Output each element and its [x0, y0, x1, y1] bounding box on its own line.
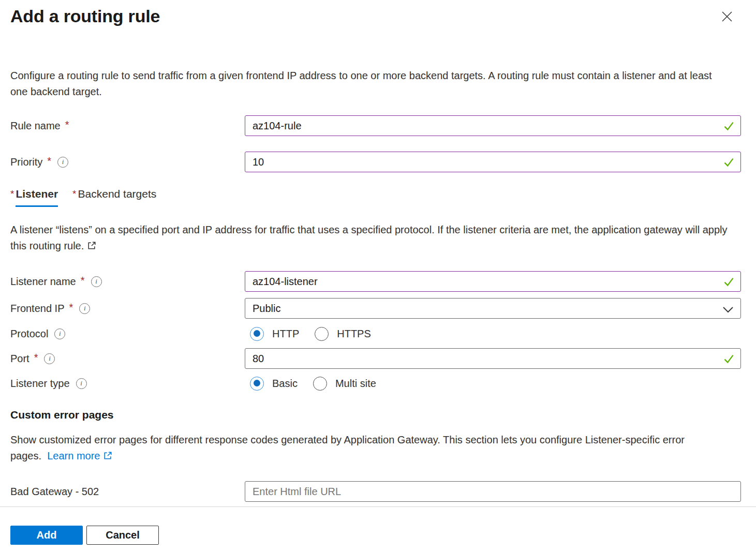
radio-selected-icon: [250, 377, 264, 391]
frontend-ip-label: Frontend IP * i: [10, 303, 245, 315]
bad-gateway-label: Bad Gateway - 502: [10, 486, 245, 498]
valid-checkmark-icon: [723, 120, 735, 134]
valid-checkmark-icon: [723, 156, 735, 170]
listener-name-row: Listener name * i: [10, 271, 741, 292]
dialog-content: Add a routing rule Configure a routing r…: [0, 0, 756, 506]
rule-name-label: Rule name *: [10, 120, 245, 132]
info-icon[interactable]: i: [79, 303, 90, 314]
listener-name-label: Listener name * i: [10, 276, 245, 288]
bad-gateway-url-input[interactable]: [245, 481, 741, 502]
add-button[interactable]: Add: [10, 526, 83, 545]
bad-gateway-row: Bad Gateway - 502: [10, 481, 741, 502]
cancel-button[interactable]: Cancel: [86, 526, 159, 545]
priority-row: Priority * i: [10, 152, 741, 172]
info-icon[interactable]: i: [76, 378, 87, 389]
port-row: Port * i: [10, 348, 741, 369]
rule-name-input[interactable]: [245, 115, 741, 136]
rule-name-row: Rule name *: [10, 115, 741, 136]
listener-description: A listener “listens” on a specified port…: [10, 222, 735, 255]
dialog-header: Add a routing rule: [10, 6, 741, 26]
radio-unselected-icon: [313, 377, 327, 391]
frontend-ip-row: Frontend IP * i Public: [10, 298, 741, 319]
listener-name-input[interactable]: [245, 271, 741, 292]
protocol-https-option[interactable]: HTTPS: [315, 327, 371, 341]
valid-checkmark-icon: [723, 276, 735, 290]
port-label: Port * i: [10, 353, 245, 365]
listener-type-label: Listener type i: [10, 378, 245, 390]
priority-field: [245, 152, 741, 172]
listener-type-multi-site-option[interactable]: Multi site: [313, 377, 376, 391]
required-asterisk: *: [34, 352, 38, 364]
external-link-icon[interactable]: [87, 239, 97, 255]
radio-unselected-icon: [315, 327, 329, 341]
chevron-down-icon: [722, 305, 734, 317]
protocol-http-option[interactable]: HTTP: [250, 327, 299, 341]
port-input[interactable]: [245, 348, 741, 369]
info-icon[interactable]: i: [54, 329, 65, 339]
info-icon[interactable]: i: [44, 353, 55, 364]
listener-type-radio-group: Basic Multi site: [245, 377, 741, 391]
listener-type-row: Listener type i Basic Multi site: [10, 376, 741, 391]
external-link-icon[interactable]: [103, 449, 113, 465]
tab-listener[interactable]: * Listener: [10, 188, 58, 207]
close-icon: [720, 10, 734, 25]
info-icon[interactable]: i: [91, 276, 102, 287]
page-title: Add a routing rule: [10, 6, 160, 26]
tab-bar: * Listener * Backend targets: [10, 188, 741, 207]
required-asterisk: *: [81, 275, 85, 287]
required-asterisk: *: [72, 188, 76, 200]
dialog-footer: Add Cancel: [0, 506, 756, 552]
protocol-row: Protocol i HTTP HTTPS: [10, 326, 741, 341]
add-routing-rule-dialog: Add a routing rule Configure a routing r…: [0, 0, 756, 552]
custom-error-pages-description: Show customized error pages for differen…: [10, 432, 735, 465]
valid-checkmark-icon: [723, 353, 735, 367]
radio-selected-icon: [250, 327, 264, 341]
required-asterisk: *: [47, 155, 51, 167]
port-field: [245, 348, 741, 369]
required-asterisk: *: [10, 188, 14, 200]
close-button[interactable]: [719, 9, 735, 25]
bad-gateway-field: [245, 481, 741, 502]
protocol-label: Protocol i: [10, 328, 245, 340]
priority-input[interactable]: [245, 152, 741, 172]
required-asterisk: *: [69, 302, 73, 314]
custom-error-pages-heading: Custom error pages: [10, 409, 741, 421]
priority-label: Priority * i: [10, 156, 245, 168]
frontend-ip-select[interactable]: Public: [245, 298, 741, 319]
protocol-radio-group: HTTP HTTPS: [245, 327, 741, 341]
required-asterisk: *: [65, 119, 69, 131]
frontend-ip-selected-value: Public: [253, 303, 280, 315]
rule-name-field: [245, 115, 741, 136]
listener-type-basic-option[interactable]: Basic: [250, 377, 298, 391]
listener-name-field: [245, 271, 741, 292]
tab-backend-targets[interactable]: * Backend targets: [72, 188, 156, 207]
dialog-description: Configure a routing rule to send traffic…: [10, 68, 719, 100]
learn-more-link[interactable]: Learn more: [47, 450, 100, 461]
info-icon[interactable]: i: [57, 157, 68, 168]
